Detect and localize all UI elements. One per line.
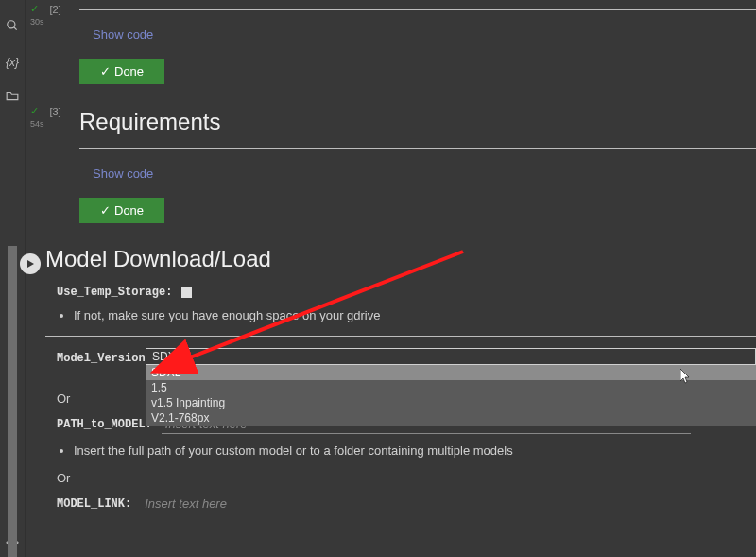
note-list: Insert the full path of your custom mode…	[74, 444, 756, 458]
note-item: Insert the full path of your custom mode…	[74, 444, 756, 458]
check-icon: ✓	[100, 203, 111, 218]
separator	[79, 9, 756, 10]
model-link-label: MODEL_LINK:	[57, 497, 131, 511]
done-label: Done	[114, 64, 144, 78]
separator	[45, 336, 756, 337]
model-link-row: MODEL_LINK:	[57, 495, 756, 513]
dropdown-option[interactable]: V2.1-768px	[146, 410, 756, 426]
run-cell-button[interactable]	[20, 253, 41, 274]
path-to-model-label: PATH_to_MODEL:	[57, 418, 152, 431]
use-temp-storage-label: Use_Temp_Storage:	[57, 286, 172, 299]
done-button[interactable]: ✓Done	[79, 59, 164, 84]
cell-duration: 30s	[30, 17, 44, 26]
use-temp-storage-checkbox[interactable]	[181, 287, 192, 298]
dropdown-option[interactable]: 1.5	[146, 380, 756, 395]
done-button[interactable]: ✓Done	[79, 198, 164, 223]
or-label: Or	[57, 471, 756, 485]
check-icon: ✓	[100, 64, 111, 78]
check-icon: ✓	[30, 106, 44, 116]
show-code-link[interactable]: Show code	[93, 166, 153, 181]
check-icon: ✓	[30, 4, 44, 14]
cell-index: [2]	[50, 4, 61, 15]
note-list: If not, make sure you have enough space …	[74, 308, 756, 322]
svg-point-0	[8, 21, 15, 28]
variables-icon[interactable]: {x}	[6, 56, 19, 69]
dropdown-option[interactable]: v1.5 Inpainting	[146, 395, 756, 410]
note-item: If not, make sure you have enough space …	[74, 308, 756, 322]
done-label: Done	[114, 203, 144, 218]
cell-model-download: Model Download/Load Use_Temp_Storage: If…	[45, 246, 756, 513]
dropdown-option[interactable]: SDXL	[146, 365, 756, 380]
model-version-selected[interactable]: SDXL	[146, 348, 756, 365]
model-version-options: SDXL 1.5 v1.5 Inpainting V2.1-768px	[146, 365, 756, 426]
model-link-input[interactable]	[141, 495, 670, 513]
svg-line-1	[14, 27, 17, 30]
notebook-content: Show code ✓Done Requirements Show code ✓…	[79, 0, 756, 523]
model-version-label: Model_Version:	[57, 352, 152, 365]
show-code-link[interactable]: Show code	[93, 27, 153, 42]
use-temp-storage-row: Use_Temp_Storage:	[57, 286, 756, 299]
section-title-model-download: Model Download/Load	[45, 246, 756, 272]
cell-active-strip	[8, 246, 17, 557]
cell-duration: 54s	[30, 119, 44, 129]
folder-icon[interactable]	[6, 90, 19, 104]
section-title-requirements: Requirements	[79, 109, 756, 135]
separator	[79, 148, 756, 149]
search-icon[interactable]	[6, 19, 19, 35]
cell-index: [3]	[50, 106, 61, 117]
